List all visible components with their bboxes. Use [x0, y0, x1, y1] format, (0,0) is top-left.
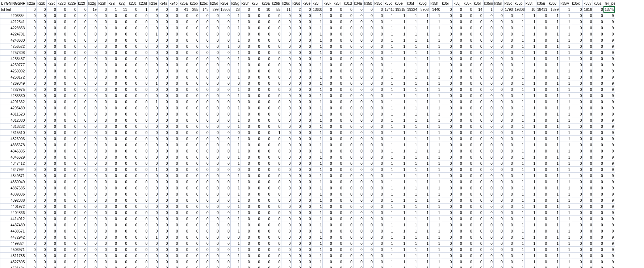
- cell[interactable]: 0: [302, 240, 312, 247]
- cell[interactable]: 1: [406, 179, 418, 185]
- cell[interactable]: 0: [503, 123, 514, 130]
- cell[interactable]: 0: [138, 62, 149, 68]
- cell[interactable]: 0: [493, 228, 503, 234]
- cell[interactable]: 1: [138, 7, 149, 13]
- cell[interactable]: 0: [292, 80, 302, 87]
- cell[interactable]: 0: [118, 240, 128, 247]
- cell[interactable]: 0: [97, 37, 108, 43]
- cell[interactable]: 0: [483, 191, 493, 197]
- cell[interactable]: 0: [571, 99, 583, 105]
- cell[interactable]: 1: [271, 130, 281, 136]
- cell[interactable]: 1: [406, 185, 418, 191]
- cell[interactable]: 0: [47, 37, 57, 43]
- cell[interactable]: 0: [189, 179, 199, 185]
- cell[interactable]: 0: [97, 216, 108, 222]
- cell[interactable]: 0: [241, 228, 251, 234]
- column-header[interactable]: k35z: [593, 0, 604, 7]
- cell[interactable]: 0: [189, 50, 199, 56]
- cell[interactable]: 0: [536, 173, 548, 179]
- cell[interactable]: 0: [57, 50, 67, 56]
- cell[interactable]: 9: [604, 117, 615, 123]
- cell[interactable]: 0: [159, 222, 169, 228]
- cell[interactable]: 9: [604, 130, 615, 136]
- cell[interactable]: 0: [353, 62, 363, 68]
- cell[interactable]: 4258487: [0, 56, 26, 62]
- cell[interactable]: 1: [384, 43, 394, 50]
- cell[interactable]: 0: [199, 130, 209, 136]
- cell[interactable]: 0: [159, 123, 169, 130]
- cell[interactable]: 0: [179, 197, 189, 204]
- cell[interactable]: 1: [430, 247, 441, 253]
- cell[interactable]: 0: [37, 179, 47, 185]
- cell[interactable]: 0: [219, 247, 230, 253]
- cell[interactable]: 0: [149, 265, 159, 268]
- cell[interactable]: 0: [503, 179, 514, 185]
- cell[interactable]: 1: [560, 167, 571, 173]
- cell[interactable]: 0: [47, 80, 57, 87]
- cell[interactable]: 0: [483, 13, 493, 19]
- cell[interactable]: 0: [149, 68, 159, 74]
- cell[interactable]: 0: [593, 123, 604, 130]
- cell[interactable]: 0: [179, 117, 189, 123]
- cell[interactable]: 1: [312, 111, 323, 117]
- cell[interactable]: 1: [230, 87, 241, 93]
- cell[interactable]: 0: [26, 160, 37, 167]
- cell[interactable]: 1: [230, 68, 241, 74]
- cell[interactable]: 0: [57, 68, 67, 74]
- cell[interactable]: 0: [323, 87, 333, 93]
- cell[interactable]: 0: [473, 93, 483, 99]
- cell[interactable]: 1: [514, 123, 524, 130]
- cell[interactable]: 0: [323, 68, 333, 74]
- cell[interactable]: 0: [209, 105, 219, 111]
- cell[interactable]: 0: [97, 136, 108, 142]
- cell[interactable]: 0: [271, 37, 281, 43]
- cell[interactable]: 0: [453, 111, 463, 117]
- cell[interactable]: 0: [333, 13, 343, 19]
- cell[interactable]: 1: [430, 216, 441, 222]
- cell[interactable]: 0: [583, 87, 593, 93]
- cell[interactable]: 0: [271, 167, 281, 173]
- cell[interactable]: 0: [209, 74, 219, 80]
- column-header[interactable]: k25g: [230, 0, 241, 7]
- cell[interactable]: 0: [26, 185, 37, 191]
- cell[interactable]: 0: [302, 210, 312, 216]
- cell[interactable]: 0: [281, 191, 292, 197]
- cell[interactable]: 0: [219, 93, 230, 99]
- cell[interactable]: 0: [373, 130, 384, 136]
- cell[interactable]: 1: [394, 167, 406, 173]
- cell[interactable]: 0: [97, 50, 108, 56]
- cell[interactable]: 0: [209, 247, 219, 253]
- cell[interactable]: 1: [312, 191, 323, 197]
- cell[interactable]: 1: [406, 123, 418, 130]
- cell[interactable]: 1: [312, 247, 323, 253]
- cell[interactable]: 0: [219, 154, 230, 160]
- cell[interactable]: 0: [453, 216, 463, 222]
- cell[interactable]: 0: [593, 43, 604, 50]
- cell[interactable]: 0: [292, 240, 302, 247]
- cell[interactable]: 0: [302, 37, 312, 43]
- cell[interactable]: 0: [57, 173, 67, 179]
- cell[interactable]: 1: [312, 185, 323, 191]
- cell[interactable]: 0: [333, 173, 343, 179]
- cell[interactable]: 1: [394, 142, 406, 148]
- cell[interactable]: 1: [394, 253, 406, 259]
- cell[interactable]: 1: [394, 37, 406, 43]
- cell[interactable]: 1: [560, 13, 571, 19]
- cell[interactable]: 0: [209, 56, 219, 62]
- cell[interactable]: 4291662: [0, 99, 26, 105]
- cell[interactable]: 1: [418, 253, 430, 259]
- cell[interactable]: 0: [118, 197, 128, 204]
- cell[interactable]: 0: [37, 62, 47, 68]
- cell[interactable]: 0: [108, 185, 118, 191]
- cell[interactable]: 0: [503, 167, 514, 173]
- cell[interactable]: 1: [524, 56, 536, 62]
- cell[interactable]: 0: [47, 222, 57, 228]
- cell[interactable]: 0: [128, 130, 138, 136]
- cell[interactable]: 0: [373, 123, 384, 130]
- cell[interactable]: 0: [57, 87, 67, 93]
- cell[interactable]: 0: [57, 160, 67, 167]
- cell[interactable]: 0: [302, 228, 312, 234]
- cell[interactable]: 0: [571, 7, 583, 13]
- cell[interactable]: 0: [169, 240, 179, 247]
- cell[interactable]: 1: [394, 117, 406, 123]
